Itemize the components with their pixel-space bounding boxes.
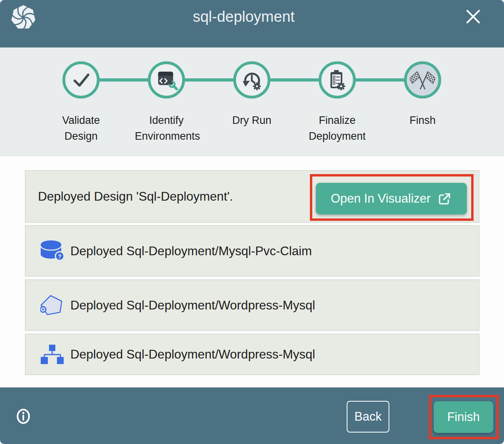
deployed-topology-row: Deployed Sql-Deployment/Wordpress-Mysql [25, 334, 479, 375]
step-dry-run[interactable] [233, 61, 270, 99]
finalize-icon [326, 68, 349, 91]
deployment-wizard-modal: sql-deployment [0, 0, 504, 444]
svg-text:?: ? [58, 253, 62, 260]
deployed-wordpress-row: Deployed Sql-Deployment/Wordpress-Mysql [25, 279, 479, 331]
step-label-finish: Finsh [391, 112, 454, 128]
pentagon-resource-icon [40, 295, 64, 315]
deployed-wordpress-text: Deployed Sql-Deployment/Wordpress-Mysql [70, 298, 315, 313]
close-icon[interactable] [464, 8, 482, 25]
step-identify-environments[interactable] [148, 61, 185, 99]
step-validate-design[interactable] [62, 61, 100, 99]
step-finalize-deployment[interactable] [319, 61, 356, 99]
deployed-pvc-text: Deployed Sql-Deployment/Mysql-Pvc-Claim [70, 244, 312, 258]
back-button[interactable]: Back [347, 401, 389, 433]
annotation-box-finish [429, 395, 499, 439]
step-label-validate-design: Validate Design [49, 112, 113, 144]
step-finish[interactable] [404, 61, 441, 99]
annotation-box-visualizer [310, 174, 474, 221]
info-icon[interactable] [16, 408, 30, 424]
checkered-flags-icon [410, 67, 435, 93]
topology-icon [41, 344, 64, 365]
deployed-pvc-row: ? Deployed Sql-Deployment/Mysql-Pvc-Clai… [25, 225, 479, 277]
step-label-dry-run: Dry Run [220, 112, 283, 128]
code-config-icon [155, 68, 178, 92]
step-label-identify-environments: Identify Environments [135, 112, 198, 144]
deployed-design-text: Deployed Design 'Sql-Deployment'. [38, 189, 233, 204]
modal-title: sql-deployment [0, 8, 487, 25]
modal-footer [0, 387, 504, 444]
pvc-database-icon: ? [39, 239, 65, 262]
dry-run-icon [240, 68, 263, 91]
step-label-finalize-deployment: Finalize Deployment [306, 112, 369, 144]
deployed-topology-text: Deployed Sql-Deployment/Wordpress-Mysql [70, 347, 315, 362]
check-icon [71, 70, 91, 90]
